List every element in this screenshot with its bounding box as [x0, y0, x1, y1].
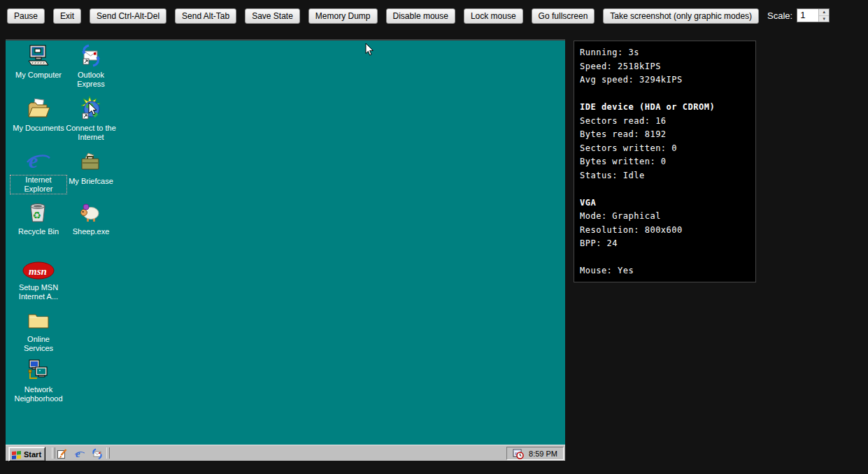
desktop-icon-recycle-bin[interactable]: ♻ Recycle Bin — [10, 200, 66, 236]
desktop-icon-sheep-exe[interactable]: Sheep.exe — [63, 200, 119, 236]
online-services-folder-icon — [10, 308, 66, 333]
desktop-icon-label: Setup MSN Internet A... — [10, 283, 66, 301]
status-running: Running: 3s — [580, 46, 755, 60]
status-blank — [580, 87, 755, 101]
desktop-icon-label: My Documents — [10, 124, 66, 133]
sheep-icon — [63, 200, 119, 225]
quick-launch-bar: e — [56, 447, 103, 459]
pause-button[interactable]: Pause — [7, 8, 45, 24]
desktop-icon-label: Outlook Express — [63, 71, 119, 89]
desktop-icon-label: Sheep.exe — [63, 227, 119, 236]
internet-explorer-icon: e — [10, 148, 66, 173]
my-documents-icon — [10, 96, 66, 122]
desktop-icon-label: Connect to the Internet — [63, 124, 119, 142]
status-panel: Running: 3s Speed: 2518kIPS Avg speed: 3… — [574, 41, 756, 282]
scale-input[interactable]: 1 ▲ ▼ — [797, 8, 830, 22]
status-avg-speed: Avg speed: 3294kIPS — [580, 73, 755, 87]
disable-mouse-button[interactable]: Disable mouse — [386, 8, 455, 24]
vga-mode: Mode: Graphical — [580, 210, 755, 224]
desktop-icon-label: My Computer — [10, 71, 66, 80]
desktop-icon-label: Internet Explorer — [10, 175, 66, 194]
send-ctrl-alt-del-button[interactable]: Send Ctrl-Alt-Del — [90, 8, 166, 24]
internet-explorer-small-icon: e — [74, 448, 85, 459]
win98-desktop: My Computer My Documents e — [6, 41, 565, 445]
toolbar: Pause Exit Send Ctrl-Alt-Del Send Alt-Ta… — [0, 0, 868, 32]
ide-bytes-read: Bytes read: 8192 — [580, 128, 755, 142]
taskbar-handle[interactable] — [106, 447, 110, 459]
taskbar: Start e — [6, 445, 565, 461]
svg-text:♻: ♻ — [33, 210, 42, 221]
ide-sectors-written: Sectors written: 0 — [580, 142, 755, 156]
scale-label: Scale: — [767, 10, 792, 21]
vm-display[interactable]: My Computer My Documents e — [6, 39, 565, 461]
vga-bpp: BPP: 24 — [580, 237, 755, 251]
my-computer-icon — [10, 43, 66, 69]
take-screenshot-button[interactable]: Take screenshot (only graphic modes) — [603, 8, 759, 24]
desktop-icon-label: Online Services — [10, 335, 66, 353]
recycle-bin-icon: ♻ — [10, 200, 66, 225]
system-tray[interactable]: 8:59 PM — [506, 447, 564, 460]
scale-spinner: ▲ ▼ — [818, 9, 829, 22]
mouse-status: Mouse: Yes — [580, 264, 755, 278]
ide-status: Status: Idle — [580, 169, 755, 183]
desktop-icon-label: My Briefcase — [63, 177, 119, 186]
windows-flag-icon — [11, 450, 22, 459]
vga-resolution: Resolution: 800x600 — [580, 224, 755, 238]
start-button-label: Start — [24, 450, 41, 459]
my-briefcase-icon — [63, 150, 119, 175]
desktop-icon-connect-to-the-internet[interactable]: Connect to the Internet — [63, 96, 119, 142]
desktop-icon-label: Network Neighborhood — [10, 385, 66, 403]
show-desktop-icon — [57, 448, 68, 459]
status-blank — [580, 251, 755, 265]
outlook-express-small-icon — [92, 448, 103, 459]
task-scheduler-tray-icon — [513, 448, 524, 459]
show-desktop-button[interactable] — [56, 447, 68, 459]
status-speed: Speed: 2518kIPS — [580, 60, 755, 74]
emulator-page: Pause Exit Send Ctrl-Alt-Del Send Alt-Ta… — [0, 0, 868, 474]
memory-dump-button[interactable]: Memory Dump — [308, 8, 378, 24]
save-state-button[interactable]: Save State — [245, 8, 300, 24]
ide-device-header: IDE device (HDA or CDROM) — [580, 101, 755, 115]
connect-to-the-internet-icon — [63, 96, 119, 122]
msn-logo-icon: msn — [10, 256, 66, 281]
ide-sectors-read: Sectors read: 16 — [580, 115, 755, 129]
desktop-icon-my-computer[interactable]: My Computer — [10, 43, 66, 80]
desktop-icon-online-services[interactable]: Online Services — [10, 308, 66, 353]
network-neighborhood-icon — [10, 358, 66, 383]
launch-internet-explorer-button[interactable]: e — [73, 447, 85, 459]
go-fullscreen-button[interactable]: Go fullscreen — [532, 8, 595, 24]
send-alt-tab-button[interactable]: Send Alt-Tab — [175, 8, 236, 24]
start-button[interactable]: Start — [8, 447, 45, 461]
desktop-icon-internet-explorer[interactable]: e Internet Explorer — [10, 148, 66, 194]
desktop-icon-label: Recycle Bin — [10, 227, 66, 236]
scale-control: Scale: 1 ▲ ▼ — [767, 8, 830, 22]
taskbar-clock: 8:59 PM — [529, 450, 557, 458]
scale-value: 1 — [797, 9, 818, 22]
launch-outlook-express-button[interactable] — [91, 447, 103, 459]
desktop-icon-network-neighborhood[interactable]: Network Neighborhood — [10, 358, 66, 403]
lock-mouse-button[interactable]: Lock mouse — [464, 8, 523, 24]
vga-header: VGA — [580, 196, 755, 210]
desktop-icon-my-documents[interactable]: My Documents — [10, 96, 66, 133]
outlook-express-icon — [63, 43, 119, 69]
ide-bytes-written: Bytes written: 0 — [580, 155, 755, 169]
exit-button[interactable]: Exit — [53, 8, 81, 24]
svg-text:msn: msn — [29, 266, 47, 277]
desktop-icon-outlook-express[interactable]: Outlook Express — [63, 43, 119, 89]
desktop-icon-my-briefcase[interactable]: My Briefcase — [63, 150, 119, 186]
desktop-icon-setup-msn[interactable]: msn Setup MSN Internet A... — [10, 256, 66, 301]
taskbar-handle[interactable] — [52, 447, 55, 459]
scale-spinner-down-icon[interactable]: ▼ — [819, 16, 829, 22]
status-blank — [580, 182, 755, 196]
scale-spinner-up-icon[interactable]: ▲ — [819, 9, 829, 16]
mouse-cursor-icon — [365, 43, 375, 59]
